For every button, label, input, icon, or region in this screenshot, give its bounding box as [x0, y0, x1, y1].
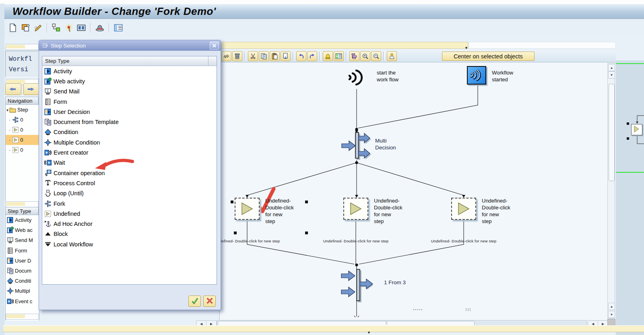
workflow-started-node[interactable] — [467, 66, 486, 85]
new-document-icon[interactable] — [8, 23, 18, 33]
step-type-item[interactable]: Form — [6, 246, 39, 256]
close-icon[interactable] — [210, 41, 219, 50]
step-type-option[interactable]: Condition — [42, 127, 217, 137]
center-on-selected-button[interactable]: Center on selected objects — [442, 52, 535, 61]
dialog-window-icon — [42, 43, 48, 49]
ok-button[interactable] — [188, 296, 201, 307]
scroll-down-icon[interactable]: ▼ — [608, 311, 615, 318]
step-type-option-label: Fork — [54, 201, 65, 207]
overview-panel[interactable] — [616, 60, 644, 335]
toolbar-overflow-icon[interactable]: ▼ — [464, 46, 468, 50]
redo-icon[interactable] — [307, 51, 317, 61]
start-event-icon[interactable] — [347, 66, 367, 89]
step-type-item[interactable]: Send M — [6, 235, 39, 245]
multi-decision-node[interactable] — [339, 131, 375, 161]
list-column-header[interactable]: Step Type — [42, 56, 217, 66]
step-type-option[interactable]: Ad Hoc Anchor — [42, 219, 217, 229]
undefined-node-3[interactable] — [451, 198, 476, 220]
tree-node-label: 0 — [20, 147, 23, 153]
collapsed-panel-strip[interactable] — [6, 201, 39, 207]
step-type-item[interactable]: Docum — [6, 266, 39, 276]
color-grid-icon[interactable] — [334, 51, 344, 61]
step-type-option[interactable]: Form — [42, 97, 217, 107]
pen-signature-icon[interactable] — [221, 51, 231, 61]
zoom-in-icon[interactable] — [360, 51, 370, 61]
person-icon[interactable] — [387, 51, 397, 61]
cancel-button[interactable] — [203, 296, 216, 307]
step-type-item[interactable]: Web ac — [6, 225, 39, 235]
step-type-option[interactable]: Fork — [42, 199, 217, 209]
step-type-option[interactable]: Web activity — [42, 76, 217, 86]
panel-strip-accent — [6, 314, 25, 318]
page-title: Workflow Builder - Change 'Fork Demo' — [4, 4, 644, 19]
step-type-item[interactable]: Event c — [6, 296, 39, 306]
step-type-option[interactable]: Multiple Condition — [42, 137, 217, 147]
graph-head-area — [469, 42, 616, 49]
copy-icon[interactable] — [259, 51, 269, 61]
scroll-up-icon[interactable]: ▲ — [608, 303, 615, 310]
wait-icon — [44, 159, 52, 166]
step-type-item[interactable]: Activity — [6, 215, 39, 225]
step-type-option[interactable]: Activity — [42, 66, 217, 76]
ok-check-icon — [191, 297, 199, 306]
step-type-item-label: Conditi — [15, 278, 31, 284]
step-type-option[interactable]: Loop (Until) — [42, 188, 217, 199]
join-node[interactable] — [340, 267, 377, 302]
collapsed-panel-strip[interactable] — [6, 44, 39, 50]
workflow-canvas[interactable]: start the work flow Workflow started — [219, 62, 607, 320]
form-icon — [7, 247, 14, 254]
scrollbar-grip[interactable]: ⠿ — [385, 321, 389, 325]
step-type-item[interactable]: Conditi — [6, 276, 39, 286]
undo-icon[interactable] — [296, 51, 306, 61]
activity-icon — [7, 217, 14, 223]
tree-node[interactable]: 0 — [6, 145, 39, 155]
expand-down-icon[interactable]: ▼ — [367, 331, 371, 335]
step-type-option[interactable]: Local Workflow — [42, 239, 217, 249]
tree-node[interactable]: 0 — [6, 115, 39, 125]
step-type-option[interactable]: Block — [42, 229, 217, 239]
expander-icon[interactable] — [6, 107, 9, 113]
tree-node[interactable]: 0 — [6, 125, 39, 135]
tree-node[interactable]: 0 — [6, 135, 39, 145]
copy-pages-orange-icon[interactable] — [20, 23, 31, 33]
collapsed-panel-strip[interactable] — [6, 314, 39, 320]
tree-root-step[interactable]: Step — [6, 105, 39, 115]
scroll-up-icon[interactable]: ▲ — [608, 64, 615, 71]
undefined-node-1[interactable] — [235, 198, 260, 220]
edit-pencil-icon[interactable] — [33, 23, 43, 33]
step-type-item[interactable]: Multipl — [6, 286, 39, 296]
step-type-option[interactable]: Undefined — [42, 209, 217, 219]
vertical-scroll-thumb[interactable] — [609, 84, 615, 181]
dialog-titlebar[interactable]: Step Selection — [39, 40, 221, 51]
column-header-label: Step Type — [45, 58, 70, 64]
step-type-option[interactable]: Event creator — [42, 147, 217, 157]
step-type-item[interactable]: ? User D — [6, 256, 39, 266]
info-table-icon[interactable] — [113, 23, 124, 33]
cut-icon[interactable] — [248, 51, 258, 61]
step-selection-dialog: Step Selection Step Type Activity Web — [39, 40, 221, 310]
scroll-down-icon[interactable]: ▼ — [608, 71, 615, 79]
trash-icon[interactable] — [232, 51, 242, 61]
lamp-icon[interactable] — [323, 51, 333, 61]
vertical-scrollbar[interactable]: ▲ ▼ ▲ ▼ — [607, 63, 615, 318]
step-type-option[interactable]: Send Mail — [42, 87, 217, 97]
web-activity-icon — [7, 227, 14, 234]
zoom-out-icon[interactable] — [371, 51, 381, 61]
undefined-node-2[interactable] — [343, 198, 368, 220]
svg-text:?: ? — [8, 258, 10, 263]
step-type-option[interactable]: ? User Decision — [42, 107, 217, 117]
test-organize-icon[interactable] — [51, 23, 62, 33]
adhoc-anchor-icon — [44, 220, 52, 227]
hat-icon[interactable] — [95, 23, 105, 33]
block-icon — [44, 230, 52, 238]
outline-icon[interactable] — [349, 51, 359, 61]
separator — [383, 52, 385, 60]
forward-button[interactable] — [23, 83, 39, 95]
step-type-option[interactable]: Process Control — [42, 178, 217, 188]
frames-icon[interactable] — [76, 23, 87, 33]
back-button[interactable] — [5, 83, 21, 95]
paste-doc-icon[interactable] — [281, 51, 291, 61]
paste-icon[interactable] — [270, 51, 280, 61]
spark-icon[interactable] — [64, 23, 74, 33]
step-type-option[interactable]: Document from Template — [42, 117, 217, 127]
